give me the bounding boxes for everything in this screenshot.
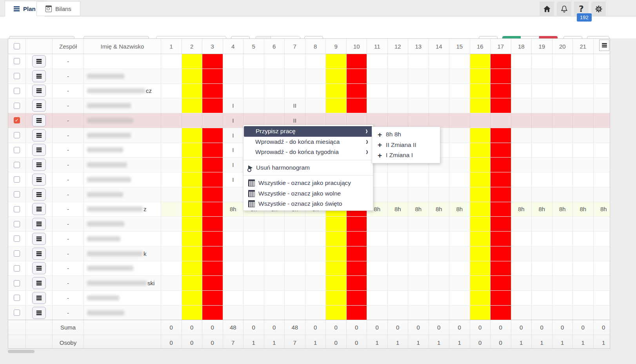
day-cell[interactable]	[511, 98, 532, 113]
day-cell[interactable]	[182, 276, 203, 290]
row-menu-button[interactable]	[32, 85, 46, 97]
day-cell[interactable]	[573, 54, 594, 69]
day-cell[interactable]: 8h	[573, 202, 594, 217]
day-cell[interactable]	[202, 128, 223, 143]
day-cell[interactable]	[429, 172, 450, 187]
day-cell[interactable]	[182, 172, 203, 187]
day-cell[interactable]	[408, 98, 429, 113]
day-cell[interactable]	[388, 187, 409, 202]
day-cell[interactable]	[511, 246, 532, 261]
day-cell[interactable]	[429, 232, 450, 246]
day-cell[interactable]	[449, 143, 470, 158]
day-cell[interactable]	[161, 98, 182, 113]
row-menu-button[interactable]	[32, 248, 46, 260]
day-cell[interactable]	[347, 276, 367, 290]
day-cell[interactable]	[182, 217, 203, 231]
day-cell[interactable]	[470, 217, 491, 231]
day-cell[interactable]	[491, 276, 511, 290]
row-name-cell[interactable]	[84, 98, 161, 113]
day-header[interactable]: 13	[408, 39, 429, 54]
day-cell[interactable]	[367, 291, 388, 305]
day-cell[interactable]	[429, 84, 450, 98]
day-cell[interactable]	[223, 84, 244, 98]
row-menu-button[interactable]	[32, 114, 46, 127]
day-cell[interactable]	[552, 113, 573, 128]
day-cell[interactable]	[202, 246, 223, 261]
day-cell[interactable]	[326, 217, 347, 231]
day-cell[interactable]	[264, 69, 285, 83]
day-cell[interactable]	[511, 276, 532, 290]
day-cell[interactable]	[182, 113, 203, 128]
row-menu-button[interactable]	[32, 292, 46, 304]
day-cell[interactable]	[552, 98, 573, 113]
row-checkbox[interactable]	[14, 88, 20, 94]
day-cell[interactable]	[223, 232, 244, 246]
day-cell[interactable]	[161, 172, 182, 187]
day-cell[interactable]	[408, 232, 429, 246]
day-cell[interactable]	[449, 291, 470, 305]
day-cell[interactable]	[305, 276, 326, 290]
day-header[interactable]: 15	[449, 39, 470, 54]
day-cell[interactable]	[449, 69, 470, 83]
day-cell[interactable]	[532, 276, 552, 290]
day-header[interactable]: 8	[305, 39, 326, 54]
day-cell[interactable]	[388, 98, 409, 113]
day-cell[interactable]	[470, 306, 491, 320]
day-cell[interactable]	[202, 113, 223, 128]
day-cell[interactable]	[511, 69, 532, 83]
day-cell[interactable]	[449, 128, 470, 143]
day-cell[interactable]	[429, 276, 450, 290]
day-cell[interactable]	[449, 306, 470, 320]
day-cell[interactable]	[470, 232, 491, 246]
day-cell[interactable]	[429, 98, 450, 113]
day-cell[interactable]	[491, 261, 511, 276]
day-cell[interactable]	[285, 276, 305, 290]
day-cell[interactable]	[367, 69, 388, 83]
day-cell[interactable]	[449, 276, 470, 290]
menu-item[interactable]: Wszystkie - oznacz jako pracujący	[243, 178, 373, 188]
day-cell[interactable]	[388, 232, 409, 246]
row-checkbox[interactable]	[14, 310, 20, 316]
day-cell[interactable]	[449, 84, 470, 98]
day-cell[interactable]	[223, 187, 244, 202]
day-header[interactable]: 2	[182, 39, 203, 54]
day-cell[interactable]	[408, 276, 429, 290]
day-cell[interactable]	[161, 246, 182, 261]
day-cell[interactable]	[532, 232, 552, 246]
row-checkbox[interactable]	[14, 206, 20, 212]
day-cell[interactable]	[223, 276, 244, 290]
day-cell[interactable]	[326, 54, 347, 69]
day-cell[interactable]	[285, 54, 305, 69]
day-cell[interactable]	[182, 202, 203, 217]
day-cell[interactable]	[388, 113, 409, 128]
day-cell[interactable]	[511, 187, 532, 202]
day-cell[interactable]	[511, 232, 532, 246]
day-cell[interactable]	[326, 84, 347, 98]
day-cell[interactable]	[573, 276, 594, 290]
day-cell[interactable]: 8h	[408, 202, 429, 217]
day-cell[interactable]	[594, 172, 611, 187]
row-name-cell[interactable]	[84, 261, 161, 276]
day-cell[interactable]	[552, 246, 573, 261]
day-cell[interactable]	[532, 246, 552, 261]
day-cell[interactable]	[326, 98, 347, 113]
day-cell[interactable]	[449, 113, 470, 128]
row-name-cell[interactable]: ski	[84, 276, 161, 290]
day-cell[interactable]	[264, 291, 285, 305]
day-cell[interactable]	[408, 291, 429, 305]
day-cell[interactable]	[532, 69, 552, 83]
day-cell[interactable]	[429, 217, 450, 231]
day-cell[interactable]	[326, 261, 347, 276]
day-cell[interactable]	[449, 246, 470, 261]
row-menu-button[interactable]	[32, 277, 46, 289]
day-cell[interactable]	[264, 84, 285, 98]
day-cell[interactable]	[264, 276, 285, 290]
day-cell[interactable]	[388, 261, 409, 276]
day-cell[interactable]	[367, 306, 388, 320]
day-cell[interactable]	[408, 246, 429, 261]
day-cell[interactable]	[573, 143, 594, 158]
row-checkbox[interactable]	[14, 221, 20, 227]
day-header[interactable]: 16	[470, 39, 491, 54]
day-cell[interactable]: I	[223, 172, 244, 187]
day-cell[interactable]	[161, 128, 182, 143]
